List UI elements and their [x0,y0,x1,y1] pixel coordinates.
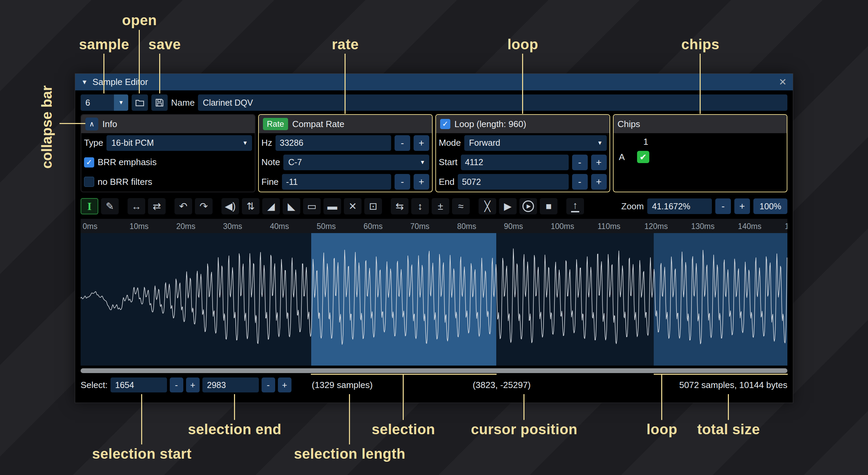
loop-end-minus-button[interactable]: - [572,174,588,190]
chips-panel: Chips 1 A ✔ [613,114,788,192]
waveform-display[interactable] [81,233,787,366]
stop-preview-button[interactable]: ■ [540,198,557,214]
annotation-selection-end-line [234,394,235,420]
loop-start-minus-button[interactable]: - [572,155,588,170]
loop-title: Loop (length: 960) [454,119,526,129]
normalize-button[interactable]: ⇅ [242,198,260,214]
open-button[interactable] [132,94,148,111]
zoom-input[interactable]: 41.1672% [647,198,712,214]
invert-icon: ↕ [418,201,423,211]
filter-button[interactable]: ≈ [452,198,470,214]
rate-badge: Rate [263,118,288,130]
status-bar: Select: 1654 - + 2983 - + (1329 samples)… [81,375,787,395]
fade-out-button[interactable]: ◣ [283,198,300,214]
ruler-label: 0ms [83,222,97,231]
sign-invert-button[interactable]: ± [432,198,449,214]
fine-minus-button[interactable]: - [395,174,410,190]
loop-start-plus-button[interactable]: + [591,155,607,170]
titlebar[interactable]: ▼ Sample Editor ✕ [75,74,793,90]
insert-silence-button[interactable]: ▭ [303,198,321,214]
ruler-label: 70ms [410,222,429,231]
ruler-label: 50ms [317,222,336,231]
selection-end-plus-button[interactable]: + [278,377,291,392]
undo-button[interactable]: ↶ [174,198,192,214]
name-label: Name [171,98,195,108]
check-icon: ✓ [442,120,448,128]
scrollbar-thumb[interactable] [81,368,787,373]
close-icon[interactable]: ✕ [779,76,787,88]
resample-button[interactable]: ⇄ [148,198,166,214]
selection-start-value: 1654 [115,380,134,390]
preview-button[interactable]: ▶ [499,198,517,214]
sample-selector-arrow-icon[interactable]: ▼ [114,94,128,111]
apply-silence-button[interactable]: ▬ [323,198,341,214]
name-input[interactable]: Clarinet DQV [198,94,787,111]
window-collapse-icon[interactable]: ▼ [81,78,88,86]
selection-end-input[interactable]: 2983 [202,377,259,392]
timeline-ruler[interactable]: 0ms10ms20ms30ms40ms50ms60ms70ms80ms90ms1… [81,219,787,233]
hz-input[interactable]: 33286 [276,135,391,151]
rate-header: Rate Compat Rate [259,115,432,133]
no-brr-filters-label: no BRR filters [98,177,152,187]
chip-check-icon: ✔ [639,152,647,162]
hz-minus-button[interactable]: - [395,135,410,151]
type-label: Type [84,138,103,148]
make-instrument-button[interactable]: ↑ [566,198,584,214]
selection-end-minus-button[interactable]: - [262,377,275,392]
draw-mode-button[interactable]: ✎ [101,198,119,214]
invert-button[interactable]: ↕ [411,198,429,214]
loop-enable-checkbox[interactable]: ✓ [440,119,450,129]
chip-enable-checkbox[interactable]: ✔ [637,151,649,163]
trim-button[interactable]: ⊡ [364,198,382,214]
edit-mode-button[interactable]: I [81,198,98,214]
annotation-selection: selection [372,421,435,438]
save-button[interactable] [151,94,168,111]
selection-start-plus-button[interactable]: + [186,377,200,392]
hz-plus-button[interactable]: + [414,135,429,151]
zoom-out-button[interactable]: - [715,198,731,214]
type-dropdown-arrow-icon: ▼ [243,140,252,146]
ruler-label: 10ms [130,222,149,231]
annotation-cursor-position-line [523,394,524,420]
zoom-in-button[interactable]: + [734,198,750,214]
ruler-label: 140ms [738,222,762,231]
fine-plus-button[interactable]: + [414,174,429,190]
selection-start-minus-button[interactable]: - [170,377,183,392]
delete-button[interactable]: ✕ [344,198,362,214]
resize-button[interactable]: ↔ [128,198,145,214]
zoom-controls: Zoom 41.1672% - + 100% [621,198,787,214]
crossfade-loop-button[interactable]: ╳ [479,198,496,214]
loop-start-input[interactable]: 4112 [461,155,569,170]
annotation-sample: sample [79,36,129,53]
name-value: Clarinet DQV [203,98,253,108]
loop-start-label: Start [439,157,457,168]
loop-mode-dropdown[interactable]: Forward ▼ [464,135,606,151]
fade-in-button[interactable]: ◢ [262,198,280,214]
note-dropdown[interactable]: C-7 ▼ [283,155,429,170]
loop-end-input[interactable]: 5072 [458,174,568,190]
toolbar-icons: I✎↔⇄↶↷◀)⇅◢◣▭▬✕⊡⇆↕±≈╳▶▶■↑ [81,198,584,214]
waveform-scrollbar[interactable] [81,368,787,373]
chip-row: A ✔ [619,151,649,163]
zoom-reset-button[interactable]: 100% [753,198,787,214]
brr-emphasis-checkbox[interactable]: ✓ [84,157,94,168]
zoom-label: Zoom [621,201,644,212]
note-dropdown-arrow-icon: ▼ [420,159,429,165]
loop-end-plus-button[interactable]: + [591,174,607,190]
sample-selector[interactable]: 6 ▼ [81,94,128,111]
brr-emphasis-row: ✓ BRR emphasis [81,153,255,172]
no-brr-filters-row: no BRR filters [81,172,255,192]
loop-mode-value: Forward [464,138,505,148]
ruler-label: 100ms [551,222,574,231]
amplify-button[interactable]: ◀) [221,198,239,214]
collapse-bar-button[interactable]: ∧ [85,118,98,130]
selection-start-input[interactable]: 1654 [111,377,167,392]
no-brr-filters-checkbox[interactable] [84,177,94,187]
redo-button[interactable]: ↷ [195,198,213,214]
reverse-button[interactable]: ⇆ [391,198,408,214]
annotation-selection-start: selection start [92,446,191,462]
annotation-collapse-bar: collapse bar [39,85,55,169]
fine-input[interactable]: -11 [282,174,391,190]
preview-loop-button[interactable]: ▶ [519,198,537,214]
type-dropdown[interactable]: 16-bit PCM ▼ [106,135,252,151]
